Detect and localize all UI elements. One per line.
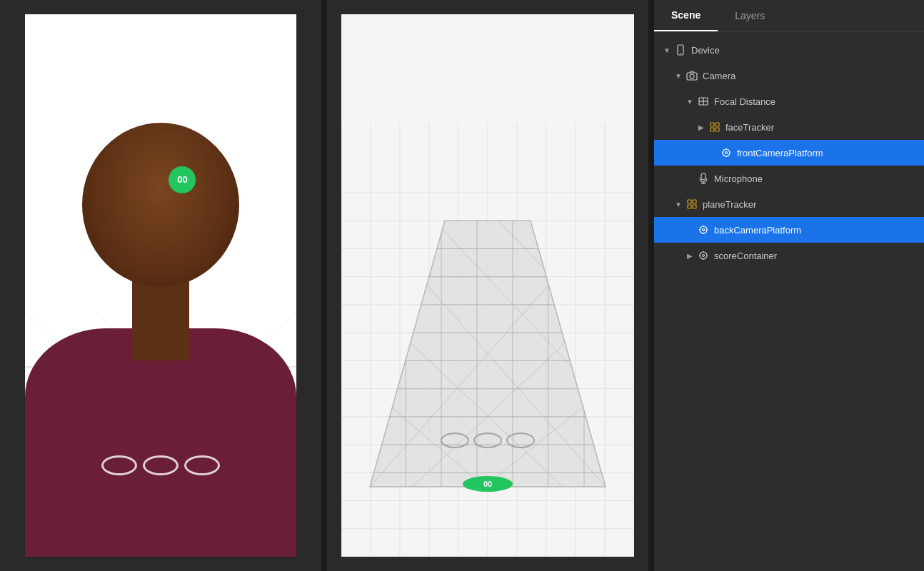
chevron-focal [686, 97, 694, 106]
face-tracker-icon [708, 121, 721, 133]
svg-rect-95 [688, 205, 691, 208]
svg-point-76 [690, 74, 694, 79]
face-tracker-label: faceTracker [725, 122, 915, 133]
green-oval-label: 00 [483, 480, 492, 488]
tab-scene-label: Scene [671, 9, 700, 21]
svg-line-68 [563, 221, 606, 263]
left-panel: 00 [0, 0, 321, 571]
viewport-circle-2 [473, 433, 502, 448]
green-dot-left: 00 [169, 166, 196, 193]
back-platform-label: backCameraPlatform [714, 225, 915, 236]
tree-item-microphone[interactable]: Microphone [654, 166, 924, 191]
svg-point-98 [703, 229, 705, 231]
chevron-plane-tracker [674, 200, 683, 208]
tab-scene[interactable]: Scene [654, 0, 718, 31]
bottom-circles-left [101, 455, 220, 475]
svg-point-103 [700, 252, 707, 259]
svg-point-84 [723, 149, 730, 156]
focal-icon [697, 95, 710, 108]
tree-item-face-tracker[interactable]: faceTracker [654, 114, 924, 140]
chevron-face-tracker [697, 123, 705, 131]
green-oval-viewport: 00 [463, 476, 513, 492]
middle-panel: 00 [327, 0, 648, 571]
svg-point-85 [725, 152, 728, 154]
circle-2 [143, 455, 179, 475]
camera-icon [686, 69, 698, 82]
phone-preview: 00 [25, 14, 296, 557]
svg-point-104 [703, 255, 705, 257]
scene-tabs: Scene Layers [654, 0, 924, 31]
scene-tree: Device Camera [654, 31, 924, 571]
front-platform-label: frontCameraPlatform [737, 148, 915, 158]
viewport-circle-3 [506, 433, 535, 448]
svg-rect-80 [710, 123, 714, 126]
tree-item-back-camera-platform[interactable]: backCameraPlatform [654, 217, 924, 243]
svg-rect-96 [693, 205, 696, 208]
plane-tracker-label: planeTracker [703, 199, 915, 210]
viewport: 00 [341, 14, 634, 557]
svg-rect-82 [710, 128, 714, 131]
microphone-label: Microphone [714, 173, 915, 184]
green-dot-label: 00 [177, 174, 187, 185]
tree-item-device[interactable]: Device [654, 37, 924, 63]
microphone-icon [697, 172, 710, 185]
circle-1 [101, 455, 137, 475]
tree-item-score-container[interactable]: scoreContainer [654, 243, 924, 268]
score-container-icon [697, 249, 710, 262]
tree-item-focal-distance[interactable]: Focal Distance [654, 89, 924, 114]
chevron-back-platform [686, 226, 694, 234]
chevron-front-platform [708, 148, 717, 157]
device-label: Device [691, 45, 915, 56]
plane-tracker-icon [686, 198, 698, 211]
viewport-circles [441, 433, 535, 448]
camera-label: Camera [703, 71, 915, 81]
back-platform-icon [697, 223, 710, 236]
chevron-camera [674, 71, 683, 80]
tree-item-camera[interactable]: Camera [654, 63, 924, 89]
svg-rect-81 [715, 123, 719, 126]
chevron-microphone [686, 174, 694, 183]
focal-label: Focal Distance [714, 96, 915, 107]
svg-rect-90 [701, 173, 705, 180]
svg-rect-93 [688, 200, 691, 203]
chevron-device [663, 46, 671, 54]
tree-item-front-camera-platform[interactable]: frontCameraPlatform [654, 140, 924, 166]
svg-rect-94 [693, 200, 696, 203]
svg-rect-83 [715, 128, 719, 131]
front-platform-icon [720, 146, 733, 159]
chevron-score-container [686, 251, 694, 260]
circle-3 [184, 455, 220, 475]
viewport-circle-1 [441, 433, 469, 448]
score-container-label: scoreContainer [714, 251, 915, 261]
tree-item-plane-tracker[interactable]: planeTracker [654, 191, 924, 217]
device-icon [674, 44, 687, 56]
right-panel: Scene Layers Device [654, 0, 924, 571]
tab-layers[interactable]: Layers [718, 0, 782, 31]
tab-layers-label: Layers [735, 10, 765, 21]
svg-point-97 [700, 226, 707, 233]
